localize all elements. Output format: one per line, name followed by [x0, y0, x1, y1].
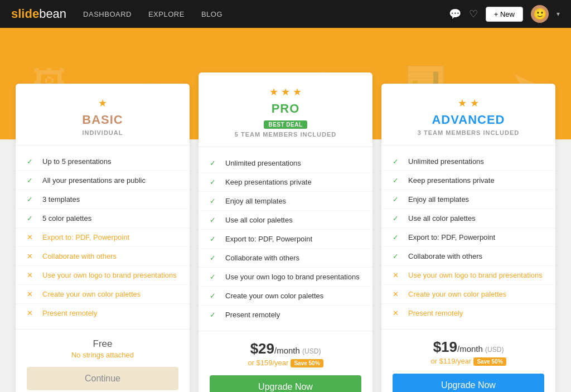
- list-item: ✓ Unlimited presentations: [199, 154, 372, 173]
- pro-features-list: ✓ Unlimited presentations ✓ Keep present…: [199, 147, 372, 331]
- check-icon: ✓: [27, 214, 37, 222]
- list-item: ✕ Present remotely: [16, 304, 190, 322]
- feature-label: Present remotely: [42, 309, 97, 317]
- check-icon: ✓: [393, 233, 403, 241]
- pricing-section: ★ BASIC INDIVIDUAL ✓ Up to 5 presentatio…: [0, 139, 571, 392]
- feature-label: Export to: PDF, Powerpoint: [408, 233, 495, 241]
- feature-label: Collaborate with others: [225, 254, 299, 262]
- check-icon: ✓: [393, 252, 403, 260]
- feature-label: Create your own color palettes: [225, 292, 323, 300]
- feature-label: Present remotely: [408, 309, 463, 317]
- feature-label: Export to: PDF, Powerpoint: [225, 235, 312, 243]
- feature-label: Use your own logo to brand presentations: [42, 271, 177, 279]
- list-item: ✓ 5 color palettes: [16, 209, 190, 228]
- check-icon: ✓: [210, 159, 220, 167]
- list-item: ✕ Use your own logo to brand presentatio…: [381, 266, 555, 285]
- feature-label: 3 templates: [42, 195, 80, 204]
- basic-plan-title: BASIC: [27, 113, 178, 127]
- basic-plan-card: ★ BASIC INDIVIDUAL ✓ Up to 5 presentatio…: [16, 84, 190, 392]
- check-icon: ✓: [27, 176, 37, 185]
- feature-label: Create your own color palettes: [408, 290, 506, 298]
- advanced-plan-title: ADVANCED: [393, 113, 544, 127]
- nav-blog[interactable]: BLOG: [201, 10, 222, 18]
- best-deal-badge: BEST DEAL: [210, 118, 361, 131]
- basic-continue-button[interactable]: Continue: [27, 367, 178, 390]
- basic-stars: ★: [27, 97, 178, 109]
- cards-wrapper: ★ BASIC INDIVIDUAL ✓ Up to 5 presentatio…: [11, 84, 560, 392]
- check-icon: ✓: [210, 254, 220, 262]
- pro-upgrade-button[interactable]: Upgrade Now: [210, 375, 361, 392]
- cross-icon: ✕: [27, 309, 37, 317]
- advanced-price-monthly: $19/month (USD): [393, 338, 544, 356]
- list-item: ✕ Collaborate with others: [16, 247, 190, 266]
- basic-price-sub: No strings attached: [27, 351, 178, 359]
- advanced-plan-card: ★ ★ ADVANCED 3 TEAM MEMBERS INCLUDED ✓ U…: [381, 84, 555, 392]
- check-icon: ✓: [27, 195, 37, 204]
- check-icon: ✓: [210, 197, 220, 205]
- check-icon: ✓: [393, 214, 403, 222]
- list-item: ✓ Up to 5 presentations: [16, 152, 190, 171]
- basic-card-header: ★ BASIC INDIVIDUAL: [16, 84, 190, 146]
- check-icon: ✓: [210, 292, 220, 300]
- list-item: ✓ Use your own logo to brand presentatio…: [199, 268, 372, 287]
- avatar-dropdown[interactable]: ▾: [557, 10, 560, 18]
- check-icon: ✓: [27, 157, 37, 166]
- list-item: ✓ Keep presentations private: [199, 173, 372, 192]
- nav-explore[interactable]: EXPLORE: [148, 10, 185, 18]
- advanced-features-list: ✓ Unlimited presentations ✓ Keep present…: [381, 146, 555, 329]
- pro-price-monthly: $29/month (USD): [210, 340, 361, 357]
- feature-label: Keep presentations private: [408, 176, 495, 185]
- advanced-card-header: ★ ★ ADVANCED 3 TEAM MEMBERS INCLUDED: [381, 84, 555, 146]
- feature-label: 5 color palettes: [42, 214, 91, 222]
- feature-label: Enjoy all templates: [408, 195, 469, 204]
- feature-label: All your presentations are public: [42, 176, 146, 185]
- nav-dashboard[interactable]: DASHBOARD: [83, 10, 132, 18]
- cross-icon: ✕: [27, 233, 37, 241]
- cross-icon: ✕: [27, 271, 37, 279]
- basic-price-label: Free: [27, 338, 178, 350]
- feature-label: Use your own logo to brand presentations: [225, 273, 360, 281]
- list-item: ✓ Unlimited presentations: [381, 152, 555, 171]
- advanced-price-yearly: or $119/yearSave 50%: [393, 357, 544, 366]
- feature-label: Keep presentations private: [225, 178, 312, 186]
- list-item: ✕ Export to: PDF, Powerpoint: [16, 228, 190, 247]
- list-item: ✓ Collaborate with others: [381, 247, 555, 266]
- basic-card-footer: Free No strings attached Continue: [16, 329, 190, 392]
- list-item: ✕ Use your own logo to brand presentatio…: [16, 266, 190, 285]
- feature-label: Collaborate with others: [408, 252, 482, 260]
- logo[interactable]: slidebean: [11, 7, 66, 21]
- check-icon: ✓: [210, 178, 220, 186]
- navigation: slidebean DASHBOARD EXPLORE BLOG 💬 ♡ + N…: [0, 0, 571, 28]
- feature-label: Create your own color palettes: [42, 290, 141, 298]
- feature-label: Unlimited presentations: [225, 159, 301, 167]
- pro-card-header: ★ ★ ★ PRO BEST DEAL 5 TEAM MEMBERS INCLU…: [199, 72, 372, 147]
- list-item: ✕ Create your own color palettes: [381, 285, 555, 304]
- avatar[interactable]: 🙂: [531, 5, 549, 23]
- cross-icon: ✕: [27, 252, 37, 260]
- check-icon: ✓: [393, 195, 403, 204]
- pro-stars: ★ ★ ★: [210, 86, 361, 98]
- check-icon: ✓: [393, 157, 403, 166]
- list-item: ✓ All your presentations are public: [16, 171, 190, 190]
- advanced-plan-subtitle: 3 TEAM MEMBERS INCLUDED: [393, 129, 544, 136]
- advanced-stars: ★ ★: [393, 97, 544, 109]
- chat-icon[interactable]: 💬: [449, 8, 461, 20]
- list-item: ✓ Export to: PDF, Powerpoint: [199, 230, 372, 249]
- basic-plan-subtitle: INDIVIDUAL: [27, 129, 178, 136]
- feature-label: Present remotely: [225, 311, 280, 319]
- cross-icon: ✕: [27, 290, 37, 298]
- heart-icon[interactable]: ♡: [469, 8, 478, 20]
- check-icon: ✓: [210, 273, 220, 281]
- pro-plan-title: PRO: [210, 101, 361, 116]
- check-icon: ✓: [210, 235, 220, 243]
- list-item: ✓ Use all color palettes: [199, 211, 372, 230]
- advanced-upgrade-button[interactable]: Upgrade Now: [393, 374, 544, 392]
- check-icon: ✓: [210, 311, 220, 319]
- list-item: ✓ Enjoy all templates: [199, 192, 372, 211]
- feature-label: Export to: PDF, Powerpoint: [42, 233, 129, 241]
- list-item: ✓ Collaborate with others: [199, 249, 372, 268]
- pro-price-yearly: or $159/yearSave 50%: [210, 359, 361, 367]
- new-button[interactable]: + New: [486, 7, 523, 22]
- list-item: ✓ Present remotely: [199, 306, 372, 324]
- feature-label: Collaborate with others: [42, 252, 117, 260]
